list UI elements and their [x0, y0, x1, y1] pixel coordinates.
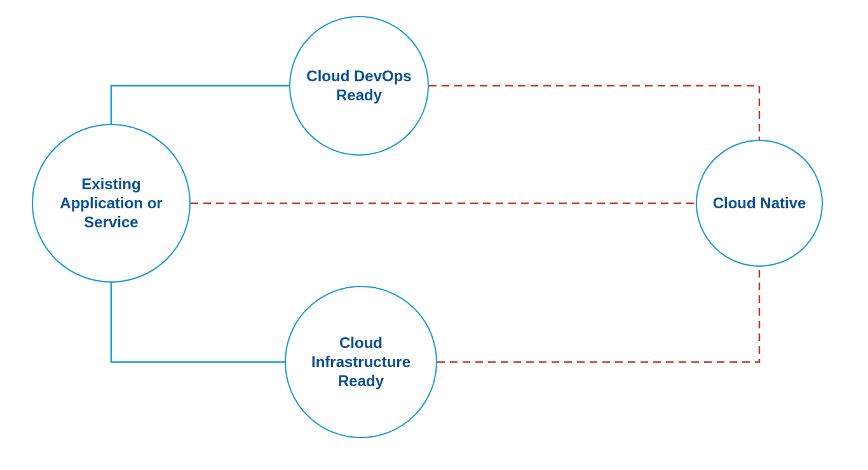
edge-left-bottom: [111, 267, 286, 362]
node-cloud-infra-ready: Cloud Infrastructure Ready: [285, 286, 437, 438]
diagram-stage: Existing Application or Service Cloud De…: [0, 0, 868, 470]
node-existing-app: Existing Application or Service: [32, 124, 191, 283]
node-cloud-devops-ready: Cloud DevOps Ready: [289, 16, 429, 156]
edge-bottom-right: [437, 264, 759, 362]
edge-top-right: [429, 86, 759, 143]
node-existing-app-label: Existing Application or Service: [33, 175, 189, 232]
node-cloud-native-label: Cloud Native: [707, 194, 813, 213]
node-cloud-infra-ready-label: Cloud Infrastructure Ready: [286, 333, 436, 391]
node-cloud-native: Cloud Native: [696, 140, 823, 267]
node-cloud-devops-ready-label: Cloud DevOps Ready: [290, 67, 428, 105]
